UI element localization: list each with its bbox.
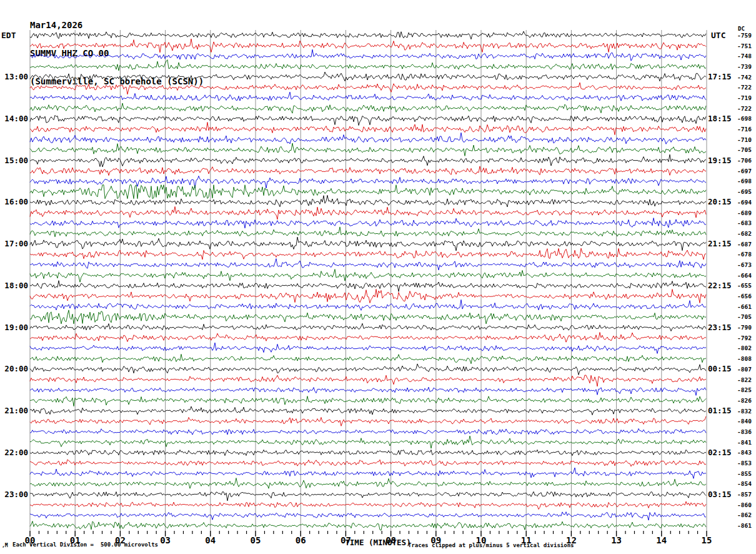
dc-value-row-1: -759 [737, 32, 752, 39]
dc-value-row-42: -853 [737, 460, 752, 466]
trace-row-37 [30, 406, 706, 415]
edt-label-23:00: 23:00 [0, 490, 30, 499]
trace-row-9 [30, 115, 706, 125]
trace-row-19 [30, 218, 706, 228]
dc-value-row-41: -843 [737, 449, 752, 456]
dc-value-row-44: -854 [737, 480, 752, 487]
dc-value-row-26: -656 [737, 293, 752, 300]
xtick-15: 15 [695, 535, 718, 545]
dc-value-row-31: -802 [737, 345, 752, 351]
trace-row-22 [30, 248, 706, 259]
dc-value-row-19: -683 [737, 219, 752, 226]
trace-row-38 [30, 416, 706, 426]
dc-value-row-48: -861 [737, 522, 752, 529]
dc-value-row-35: -825 [737, 386, 752, 393]
trace-row-33 [30, 364, 706, 375]
edt-label-14:00: 14:00 [0, 114, 30, 123]
dc-value-row-23: -673 [737, 261, 752, 268]
dc-value-row-38: -840 [737, 418, 752, 425]
dc-value-row-43: -855 [737, 470, 752, 477]
xtick-13: 13 [605, 535, 628, 545]
clipping-note: Traces clipped at plus/minus 5 vertical … [408, 542, 574, 548]
x-axis-title: TIME (MINUTES) [337, 538, 419, 547]
trace-row-18 [30, 206, 706, 219]
helicorder-page: Mar14,2026 SUMMV HHZ CO 00 (Summerville,… [0, 0, 756, 554]
dc-value-row-20: -682 [737, 230, 752, 237]
dc-value-row-6: -722 [737, 84, 752, 91]
xtick-06: 06 [289, 535, 312, 545]
utc-label-18:15: 18:15 [708, 114, 732, 123]
dc-value-row-11: -710 [737, 136, 752, 143]
edt-label-19:00: 19:00 [0, 323, 30, 332]
trace-row-7 [30, 92, 706, 101]
dc-value-row-12: -705 [737, 146, 752, 153]
trace-row-6 [30, 83, 706, 94]
trace-row-20 [30, 227, 706, 237]
dc-value-row-5: -742 [737, 74, 752, 81]
trace-row-24 [30, 269, 706, 283]
dc-value-row-33: -807 [737, 366, 752, 373]
dc-value-row-25: -655 [737, 282, 752, 289]
trace-row-47 [30, 512, 706, 520]
trace-row-11 [30, 133, 706, 144]
utc-label-01:15: 01:15 [708, 406, 732, 415]
edt-label-15:00: 15:00 [0, 156, 30, 165]
trace-row-32 [30, 354, 706, 363]
dc-value-row-17: -694 [737, 199, 752, 206]
utc-label-17:15: 17:15 [708, 72, 732, 81]
dc-value-row-3: -748 [737, 53, 752, 59]
utc-label-21:15: 21:15 [708, 239, 732, 248]
trace-row-28 [30, 310, 706, 324]
dc-value-row-30: -792 [737, 335, 752, 341]
trace-row-39 [30, 429, 706, 435]
trace-row-34 [30, 375, 706, 386]
trace-row-30 [30, 333, 706, 343]
xtick-04: 04 [199, 535, 222, 545]
dc-value-row-24: -664 [737, 272, 752, 279]
utc-label-23:15: 23:15 [708, 323, 732, 332]
trace-row-4 [30, 60, 706, 71]
utc-label-22:15: 22:15 [708, 281, 732, 290]
trace-row-29 [30, 323, 706, 331]
edt-label-21:00: 21:00 [0, 406, 30, 415]
dc-value-row-46: -860 [737, 501, 752, 508]
utc-label-02:15: 02:15 [708, 448, 732, 457]
seismogram-plot [0, 0, 756, 554]
utc-label-03:15: 03:15 [708, 490, 732, 499]
trace-row-12 [30, 143, 706, 156]
trace-row-14 [30, 166, 706, 176]
dc-value-row-10: -716 [737, 126, 752, 133]
dc-value-row-47: -862 [737, 511, 752, 518]
trace-row-8 [30, 103, 706, 113]
trace-row-21 [30, 237, 706, 251]
trace-row-10 [30, 123, 706, 135]
edt-label-17:00: 17:00 [0, 239, 30, 248]
trace-row-42 [30, 460, 706, 466]
trace-row-43 [30, 468, 706, 478]
trace-row-16 [30, 185, 706, 199]
dc-value-row-36: -826 [737, 397, 752, 404]
trace-row-45 [30, 491, 706, 501]
edt-label-20:00: 20:00 [0, 364, 30, 373]
dc-value-row-32: -808 [737, 355, 752, 362]
trace-row-1 [30, 31, 706, 39]
xtick-05: 05 [244, 535, 267, 545]
trace-row-17 [30, 195, 706, 207]
dc-value-row-22: -678 [737, 251, 752, 258]
trace-row-31 [30, 343, 706, 353]
trace-row-5 [30, 72, 706, 81]
dc-value-row-39: -836 [737, 428, 752, 435]
utc-label-19:15: 19:15 [708, 156, 732, 165]
utc-label-20:15: 20:15 [708, 197, 732, 206]
dc-value-row-4: -739 [737, 63, 752, 70]
dc-value-row-15: -698 [737, 178, 752, 184]
dc-value-row-18: -689 [737, 209, 752, 216]
dc-value-row-21: -687 [737, 241, 752, 248]
trace-row-13 [30, 154, 706, 167]
utc-label-00:15: 00:15 [708, 364, 732, 373]
corner-mark: ,M [2, 543, 8, 548]
trace-row-35 [30, 387, 706, 395]
dc-value-row-16: -695 [737, 188, 752, 195]
trace-row-27 [30, 300, 706, 310]
dc-value-row-9: -698 [737, 115, 752, 122]
